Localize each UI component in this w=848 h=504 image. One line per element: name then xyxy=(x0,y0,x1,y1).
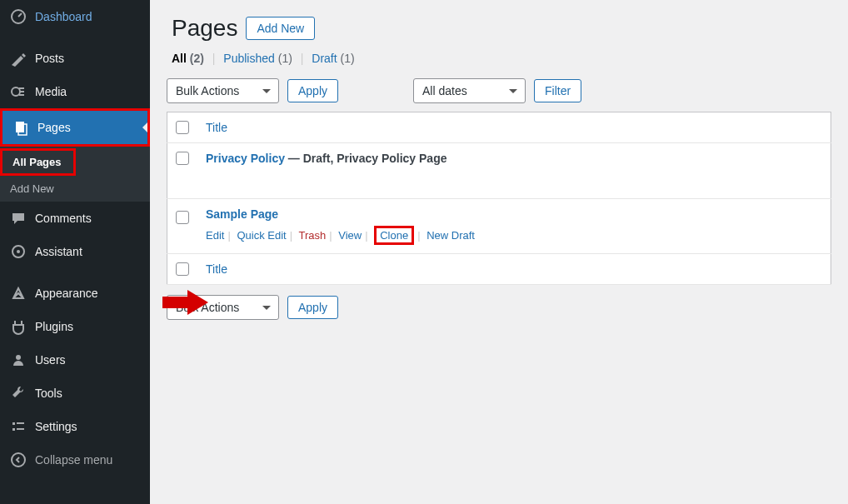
sidebar-item-users[interactable]: Users xyxy=(0,343,150,377)
assistant-icon xyxy=(10,243,27,260)
title-column-header[interactable]: Title xyxy=(206,121,227,134)
row-action-edit[interactable]: Edit xyxy=(206,229,224,242)
submenu-all-pages[interactable]: All Pages xyxy=(0,148,76,176)
users-icon xyxy=(10,352,27,368)
status-filters: All (2) | Published (1) | Draft (1) xyxy=(167,52,831,73)
title-column-footer[interactable]: Title xyxy=(206,262,227,276)
sidebar-label: Appearance xyxy=(35,287,98,300)
sidebar-item-comments[interactable]: Comments xyxy=(0,202,150,235)
main-content: Pages Add New All (2) | Published (1) | … xyxy=(150,0,848,504)
collapse-icon xyxy=(10,452,27,468)
filter-published[interactable]: Published (1) xyxy=(223,52,292,65)
sidebar-label: Assistant xyxy=(35,245,82,258)
dashboard-icon xyxy=(10,8,27,25)
sidebar-label: Dashboard xyxy=(35,10,92,23)
date-filter-select[interactable]: All dates xyxy=(413,78,526,103)
sidebar-label: Plugins xyxy=(35,320,73,333)
row-title-link[interactable]: Privacy Policy xyxy=(206,152,285,165)
svg-point-5 xyxy=(17,250,20,253)
filter-button[interactable]: Filter xyxy=(534,79,581,102)
filter-all[interactable]: All (2) xyxy=(172,52,204,65)
add-new-button[interactable]: Add New xyxy=(246,17,315,40)
collapse-menu[interactable]: Collapse menu xyxy=(0,443,150,477)
sidebar-item-assistant[interactable]: Assistant xyxy=(0,235,150,268)
bulk-actions-select[interactable]: Bulk Actions xyxy=(167,78,279,103)
settings-icon xyxy=(10,418,27,435)
appearance-icon xyxy=(10,285,27,302)
sidebar-label: Settings xyxy=(35,420,77,433)
pages-table: Title Privacy Policy — Draft, Privacy Po… xyxy=(167,112,831,285)
row-title-link[interactable]: Sample Page xyxy=(206,207,278,221)
sidebar-item-media[interactable]: Media xyxy=(0,75,150,108)
tablenav-top: Bulk Actions Apply All dates Filter xyxy=(167,73,831,112)
sidebar-item-posts[interactable]: Posts xyxy=(0,42,150,75)
sidebar-label: Comments xyxy=(35,212,92,225)
svg-rect-9 xyxy=(12,428,15,431)
comments-icon xyxy=(10,210,27,227)
table-row: Sample Page Edit| Quick Edit| Trash| Vie… xyxy=(167,199,831,254)
row-checkbox[interactable] xyxy=(176,211,189,224)
post-state: — Draft, Privacy Policy Page xyxy=(285,152,447,165)
table-row: Privacy Policy — Draft, Privacy Policy P… xyxy=(167,143,831,199)
sidebar-label: Posts xyxy=(35,52,64,65)
arrow-indicator-icon xyxy=(162,290,208,315)
sidebar-submenu: All Pages Add New xyxy=(0,147,150,202)
row-actions: Edit| Quick Edit| Trash| View| Clone| Ne… xyxy=(206,226,822,245)
sidebar-item-dashboard[interactable]: Dashboard xyxy=(0,0,150,33)
collapse-label: Collapse menu xyxy=(35,453,112,467)
posts-icon xyxy=(10,50,27,67)
svg-point-6 xyxy=(16,355,21,360)
row-checkbox[interactable] xyxy=(176,152,189,165)
sidebar-item-settings[interactable]: Settings xyxy=(0,410,150,443)
sidebar-item-appearance[interactable]: Appearance xyxy=(0,277,150,310)
tools-icon xyxy=(10,385,27,402)
sidebar-item-pages[interactable]: Pages xyxy=(0,108,150,147)
select-all-checkbox[interactable] xyxy=(176,121,189,134)
sidebar-label: Pages xyxy=(37,121,71,134)
tablenav-bottom: Bulk Actions Apply xyxy=(167,285,831,328)
svg-rect-10 xyxy=(17,428,24,430)
svg-rect-2 xyxy=(16,122,24,132)
pages-icon xyxy=(12,119,29,136)
page-title: Pages xyxy=(172,15,237,42)
svg-rect-7 xyxy=(12,422,15,425)
row-action-clone[interactable]: Clone xyxy=(380,229,408,242)
plugins-icon xyxy=(10,318,27,335)
sidebar-label: Media xyxy=(35,85,67,98)
row-action-trash[interactable]: Trash xyxy=(298,229,326,242)
row-action-view[interactable]: View xyxy=(338,229,362,242)
sidebar-item-plugins[interactable]: Plugins xyxy=(0,310,150,343)
svg-point-11 xyxy=(12,453,25,467)
admin-sidebar: Dashboard Posts Media Pages All Pages Ad… xyxy=(0,0,150,504)
submenu-add-new[interactable]: Add New xyxy=(0,176,150,202)
svg-point-1 xyxy=(12,87,20,96)
svg-rect-8 xyxy=(17,422,24,424)
apply-button-bottom[interactable]: Apply xyxy=(287,296,338,319)
sidebar-item-tools[interactable]: Tools xyxy=(0,377,150,410)
row-action-new-draft[interactable]: New Draft xyxy=(426,229,475,242)
select-all-checkbox-footer[interactable] xyxy=(176,262,189,276)
row-action-quick-edit[interactable]: Quick Edit xyxy=(237,229,286,242)
apply-button[interactable]: Apply xyxy=(287,79,338,102)
sidebar-label: Users xyxy=(35,353,66,367)
media-icon xyxy=(10,83,27,100)
filter-draft[interactable]: Draft (1) xyxy=(312,52,354,65)
page-header: Pages Add New xyxy=(167,0,831,52)
sidebar-label: Tools xyxy=(35,387,62,400)
